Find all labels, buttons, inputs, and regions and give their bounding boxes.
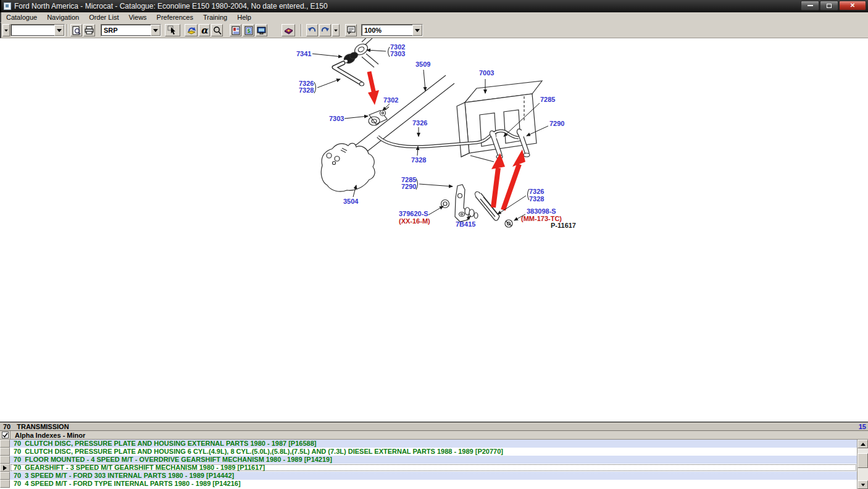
part-callout[interactable]: 7302 [383, 97, 398, 104]
part-callout[interactable]: 7341 [296, 51, 311, 57]
list-item[interactable]: 70 FLOOR MOUNTED - 4 SPEED M/T - OVERDRI… [0, 456, 868, 464]
close-icon: ✕ [850, 2, 855, 9]
magnifier-icon [213, 26, 222, 35]
print-preview-button[interactable] [70, 24, 82, 36]
part-callout[interactable]: 7303 [390, 51, 405, 57]
index-panel: 70 TRANSMISSION 15 Alpha Indexes - Minor… [0, 422, 868, 489]
menu-bar: Catalogue Navigation Order List Views Pr… [0, 12, 868, 23]
row-text[interactable]: 70 CLUTCH DISC, PRESSURE PLATE AND HOUSI… [10, 440, 868, 448]
maximize-icon [827, 4, 832, 8]
zoom-level-drop-button[interactable] [412, 25, 422, 36]
part-callout[interactable]: 3504 [343, 198, 358, 205]
menu-order-list[interactable]: Order List [84, 13, 123, 22]
note-icon [347, 26, 356, 35]
part-callout[interactable]: 7303 [329, 115, 344, 122]
scroll-track[interactable] [858, 448, 868, 480]
row-gutter[interactable] [0, 464, 10, 472]
menu-preferences[interactable]: Preferences [152, 13, 198, 22]
redo-icon [320, 26, 330, 35]
parts-diagram-canvas[interactable]: 7341730273033509700373267328730273037326… [0, 38, 868, 422]
row-gutter[interactable] [0, 480, 10, 488]
list-item-selected[interactable]: 70 GEARSHIFT - 3 SPEED M/T GEARSHIFT MEC… [0, 464, 868, 472]
price-type-combobox[interactable]: SRP [101, 24, 161, 36]
redo-dropdown-button[interactable] [332, 24, 340, 36]
row-text[interactable]: 70 4 SPEED M/T - FORD TYPE INTERNAL PART… [10, 480, 868, 488]
pointer-select-button[interactable] [165, 24, 180, 36]
alpha-index-filter-row: Alpha Indexes - Minor [0, 431, 868, 440]
notes-button[interactable] [345, 24, 357, 36]
row-text[interactable]: 70 GEARSHIFT - 3 SPEED M/T GEARSHIFT MEC… [10, 464, 857, 472]
part-callout[interactable]: (XX-16-M) [399, 218, 430, 225]
menu-training[interactable]: Training [198, 13, 232, 22]
screen-view-button[interactable] [256, 24, 267, 36]
part-callout[interactable]: 379620-S [399, 211, 428, 217]
menu-catalogue[interactable]: Catalogue [1, 13, 42, 22]
alpha-filter-checkbox[interactable] [2, 432, 9, 438]
part-callout[interactable]: 7326 [529, 188, 544, 195]
menu-views[interactable]: Views [123, 13, 151, 22]
print-icon [85, 26, 94, 35]
row-gutter[interactable] [0, 472, 10, 480]
zoom-level-combobox[interactable]: 100% [361, 24, 423, 36]
quick-search-drop-button[interactable] [54, 25, 64, 36]
locate-icon [186, 26, 196, 35]
undo-icon [307, 26, 317, 35]
alpha-index-icon: α [201, 26, 208, 35]
price-type-value[interactable]: SRP [101, 25, 151, 36]
undo-button[interactable] [306, 24, 318, 36]
part-callout[interactable]: 7328 [529, 196, 544, 203]
checkmark-icon [2, 432, 8, 438]
zoom-level-value[interactable]: 100% [362, 25, 412, 36]
part-callout[interactable]: 383098-S [527, 208, 556, 215]
part-callout[interactable]: 7285 [540, 96, 555, 103]
row-gutter[interactable] [0, 448, 10, 456]
redo-button[interactable] [319, 24, 331, 36]
dropdown-icon [57, 29, 62, 32]
part-callout[interactable]: 7326 [412, 120, 427, 127]
price-list-button[interactable]: $ [243, 24, 254, 36]
menu-help[interactable]: Help [232, 13, 256, 22]
part-callout[interactable]: 7328 [411, 157, 426, 164]
menu-navigation[interactable]: Navigation [42, 13, 84, 22]
maximize-button[interactable] [820, 1, 838, 10]
close-button[interactable]: ✕ [839, 1, 866, 10]
part-callout[interactable]: 7B415 [456, 221, 475, 228]
price-type-drop-button[interactable] [151, 25, 161, 36]
row-text[interactable]: 70 3 SPEED M/T - FORD 303 INTERNAL PARTS… [10, 472, 868, 480]
list-item[interactable]: 70 CLUTCH DISC, PRESSURE PLATE AND HOUSI… [0, 440, 868, 448]
scroll-up-button[interactable] [858, 440, 868, 448]
scroll-down-button[interactable] [858, 480, 868, 489]
part-callout[interactable]: P-11617 [551, 222, 576, 229]
alpha-index-button[interactable]: α [199, 24, 210, 36]
list-scrollbar[interactable] [857, 440, 868, 489]
parts-image-button[interactable] [230, 24, 241, 36]
row-text[interactable]: 70 FLOOR MOUNTED - 4 SPEED M/T - OVERDRI… [10, 456, 868, 464]
part-callout[interactable]: 3509 [415, 61, 430, 68]
row-gutter[interactable] [0, 456, 10, 464]
app-icon [4, 2, 11, 10]
pointer-select-icon [167, 25, 178, 35]
part-callout[interactable]: 7290 [401, 183, 416, 190]
parts-diagram-art [0, 38, 868, 422]
title-bar: Ford North America - Microcat - Catalogu… [0, 0, 868, 12]
order-book-button[interactable] [282, 24, 295, 36]
part-callout[interactable]: 7290 [549, 120, 564, 127]
quick-search-value[interactable] [11, 25, 54, 36]
list-item[interactable]: 70 3 SPEED M/T - FORD 303 INTERNAL PARTS… [0, 472, 868, 480]
zoom-tool-button[interactable] [211, 24, 223, 36]
quick-dropdown-button[interactable] [2, 24, 10, 36]
row-gutter[interactable] [0, 440, 10, 448]
locate-button[interactable] [185, 24, 198, 36]
list-item[interactable]: 70 CLUTCH DISC, PRESSURE PLATE AND HOUSI… [0, 448, 868, 456]
part-callout[interactable]: 7328 [299, 87, 314, 94]
index-list: 70 CLUTCH DISC, PRESSURE PLATE AND HOUSI… [0, 440, 868, 489]
print-button[interactable] [83, 24, 95, 36]
row-text[interactable]: 70 CLUTCH DISC, PRESSURE PLATE AND HOUSI… [10, 448, 868, 456]
section-code: 70 [0, 423, 17, 430]
scroll-thumb[interactable] [858, 453, 868, 468]
list-item[interactable]: 70 4 SPEED M/T - FORD TYPE INTERNAL PART… [0, 480, 868, 488]
minimize-button[interactable] [801, 1, 819, 10]
quick-search-combobox[interactable] [10, 24, 65, 36]
part-callout[interactable]: 7003 [479, 70, 494, 77]
section-header: 70 TRANSMISSION 15 [0, 422, 868, 431]
